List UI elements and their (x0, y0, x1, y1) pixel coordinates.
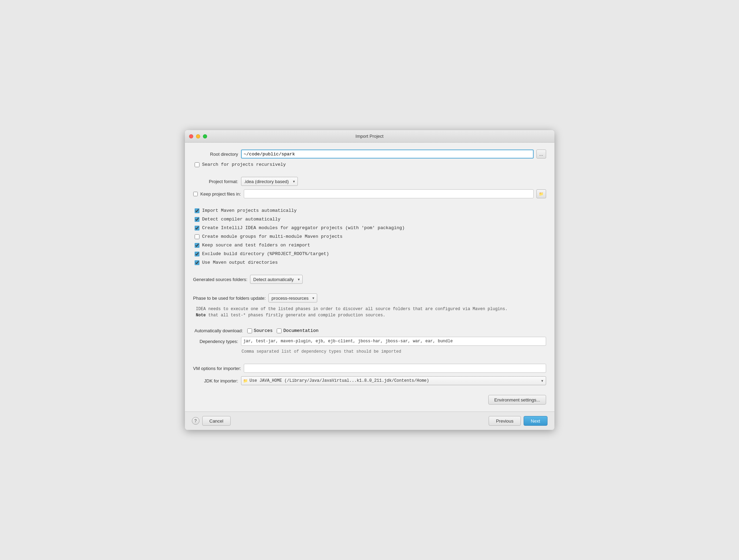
dependency-hint: Comma separated list of dependency types… (193, 349, 546, 354)
auto-download-row: Automatically download: Sources Document… (193, 328, 546, 333)
documentation-checkbox[interactable] (277, 328, 282, 333)
next-button[interactable]: Next (524, 416, 547, 426)
project-format-label: Project format: (193, 179, 238, 184)
detect-compiler-label[interactable]: Detect compiler automatically (202, 217, 281, 222)
import-maven-row: Import Maven projects automatically (193, 208, 546, 213)
window-title: Import Project (356, 134, 384, 139)
generated-sources-select[interactable]: Detect automatically (250, 275, 303, 284)
close-button[interactable] (189, 134, 193, 138)
note-rest: that all test-* phases firstly generate … (208, 313, 385, 318)
dependency-types-label: Dependency types: (193, 339, 238, 344)
vm-options-input[interactable] (244, 364, 546, 373)
sources-label[interactable]: Sources (254, 328, 273, 333)
keep-project-browse-button[interactable]: 📁 (536, 189, 546, 198)
phase-label: Phase to be used for folders update: (193, 296, 266, 301)
create-modules-row: Create IntelliJ IDEA modules for aggrega… (193, 225, 546, 231)
keep-project-label[interactable]: Keep project files in: (201, 191, 241, 197)
vm-options-row: VM options for importer: (193, 364, 546, 373)
keep-source-checkbox[interactable] (195, 243, 199, 248)
documentation-checkbox-group: Documentation (277, 328, 318, 333)
jdk-select[interactable]: Use JAVA_HOME (/Library/Java/JavaVirtual… (241, 376, 546, 385)
footer: ? Cancel Previous Next (185, 412, 554, 430)
note-line1: IDEA needs to execute one of the listed … (195, 306, 546, 312)
keep-source-row: Keep source and test folders on reimport (193, 243, 546, 248)
cancel-button[interactable]: Cancel (202, 416, 231, 426)
project-format-row: Project format: .idea (directory based) (193, 177, 546, 186)
use-maven-output-label[interactable]: Use Maven output directories (202, 260, 278, 265)
main-content: Root directory ... Search for projects r… (185, 143, 554, 412)
phase-row: Phase to be used for folders update: pro… (193, 293, 546, 302)
dependency-types-input[interactable] (241, 337, 546, 346)
env-settings-button[interactable]: Environment settings... (488, 395, 546, 405)
note-bold: Note (196, 313, 206, 318)
import-project-window: Import Project Root directory ... Search… (185, 130, 554, 430)
import-maven-checkbox[interactable] (195, 208, 199, 213)
dependency-types-row: Dependency types: (193, 337, 546, 346)
create-module-groups-row: Create module groups for multi-module Ma… (193, 234, 546, 239)
phase-dropdown-wrapper: process-resources (268, 293, 317, 302)
sources-checkbox-group: Sources (247, 328, 273, 333)
help-button[interactable]: ? (192, 417, 199, 425)
jdk-label: JDK for importer: (193, 378, 238, 383)
phase-select[interactable]: process-resources (268, 293, 317, 302)
exclude-build-checkbox[interactable] (195, 252, 199, 256)
use-maven-output-row: Use Maven output directories (193, 260, 546, 265)
jdk-row: JDK for importer: 📁 Use JAVA_HOME (/Libr… (193, 376, 546, 385)
detect-compiler-row: Detect compiler automatically (193, 217, 546, 222)
create-modules-label[interactable]: Create IntelliJ IDEA modules for aggrega… (202, 225, 405, 231)
auto-download-label: Automatically download: (195, 328, 243, 333)
generated-sources-row: Generated sources folders: Detect automa… (193, 275, 546, 284)
documentation-label[interactable]: Documentation (283, 328, 318, 333)
keep-project-input[interactable] (244, 189, 534, 198)
project-format-dropdown-wrapper: .idea (directory based) (241, 177, 298, 186)
create-module-groups-checkbox[interactable] (195, 234, 199, 239)
search-recursively-row: Search for projects recursively (193, 162, 546, 167)
jdk-select-wrapper: 📁 Use JAVA_HOME (/Library/Java/JavaVirtu… (241, 376, 546, 385)
detect-compiler-checkbox[interactable] (195, 217, 199, 222)
env-settings-container: Environment settings... (193, 392, 546, 405)
keep-project-checkbox[interactable] (193, 192, 198, 196)
titlebar: Import Project (185, 130, 554, 143)
exclude-build-label[interactable]: Exclude build directory (%PROJECT_ROOT%/… (202, 251, 329, 256)
window-controls (189, 134, 207, 138)
previous-button[interactable]: Previous (489, 416, 521, 426)
browse-button[interactable]: ... (536, 150, 546, 159)
keep-project-files-row: Keep project files in: 📁 (193, 189, 546, 198)
generated-sources-dropdown-wrapper: Detect automatically (250, 275, 303, 284)
search-recursively-checkbox[interactable] (195, 162, 199, 167)
sources-checkbox[interactable] (247, 328, 252, 333)
create-modules-checkbox[interactable] (195, 226, 199, 231)
keep-source-label[interactable]: Keep source and test folders on reimport (202, 243, 310, 248)
vm-options-label: VM options for importer: (193, 366, 241, 371)
generated-sources-label: Generated sources folders: (193, 277, 248, 282)
exclude-build-row: Exclude build directory (%PROJECT_ROOT%/… (193, 251, 546, 256)
use-maven-output-checkbox[interactable] (195, 260, 199, 265)
create-module-groups-label[interactable]: Create module groups for multi-module Ma… (202, 234, 343, 239)
maximize-button[interactable] (203, 134, 207, 138)
search-recursively-label[interactable]: Search for projects recursively (202, 162, 286, 167)
note-section: IDEA needs to execute one of the listed … (193, 306, 546, 318)
import-maven-label[interactable]: Import Maven projects automatically (202, 208, 297, 213)
root-directory-row: Root directory ... (193, 150, 546, 159)
minimize-button[interactable] (196, 134, 200, 138)
root-directory-label: Root directory (193, 152, 238, 157)
root-directory-input[interactable] (241, 150, 534, 159)
note-line2: Note that all test-* phases firstly gene… (195, 312, 546, 318)
project-format-select[interactable]: .idea (directory based) (241, 177, 298, 186)
